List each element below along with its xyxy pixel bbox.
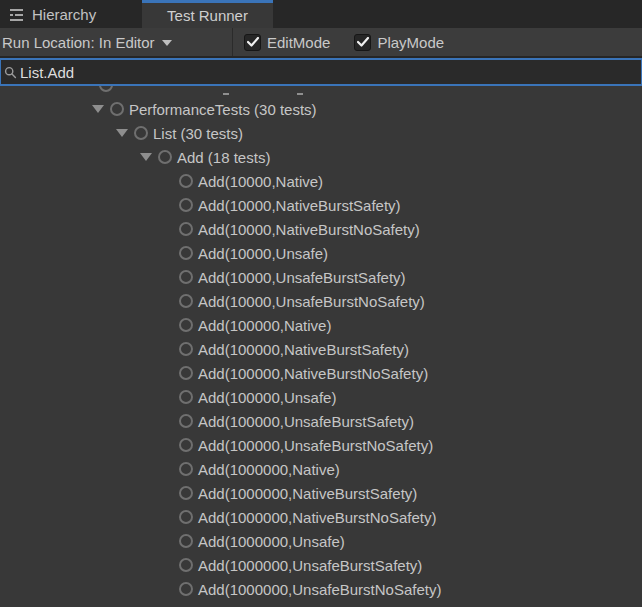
- foldout-open-icon[interactable]: [140, 153, 152, 161]
- tree-row-label: Add(1000000,UnsafeBurstSafety): [198, 557, 422, 574]
- foldout-open-icon[interactable]: [92, 105, 104, 113]
- foldout-open-icon[interactable]: [116, 129, 128, 137]
- tree-row[interactable]: Add(10000,Unsafe): [0, 241, 642, 265]
- tree-row-label: List (30 tests): [153, 125, 243, 142]
- tab-test-runner-label: Test Runner: [167, 7, 248, 24]
- test-tree: PerformanceTests (30 tests)List (30 test…: [0, 86, 642, 607]
- tree-row[interactable]: Add(10000,NativeBurstNoSafety): [0, 217, 642, 241]
- test-status-circle-icon: [179, 390, 193, 404]
- tree-row[interactable]: List (30 tests): [0, 121, 642, 145]
- checkbox-box: [244, 34, 261, 51]
- tree-row[interactable]: Add(10000,UnsafeBurstSafety): [0, 265, 642, 289]
- search-icon: [4, 66, 17, 79]
- chevron-down-icon: [162, 40, 172, 46]
- tree-row-label: Add(100000,NativeBurstNoSafety): [198, 365, 428, 382]
- clipped-row-text-remnant: [223, 93, 229, 95]
- tree-row-label: Add(100000,Unsafe): [198, 389, 336, 406]
- run-location-dropdown[interactable]: Run Location: In Editor: [0, 28, 233, 56]
- test-status-circle-icon: [179, 510, 193, 524]
- tree-row[interactable]: Add(10000,UnsafeBurstNoSafety): [0, 289, 642, 313]
- test-status-circle-icon: [99, 86, 113, 92]
- tree-row-label: Add(1000000,Unsafe): [198, 533, 345, 550]
- test-status-circle-icon: [179, 294, 193, 308]
- search-input[interactable]: List.Add: [0, 58, 642, 86]
- editmode-checkbox[interactable]: EditMode: [244, 34, 330, 51]
- tab-test-runner[interactable]: Test Runner: [142, 0, 273, 28]
- tree-row[interactable]: Add(1000000,NativeBurstSafety): [0, 481, 642, 505]
- test-status-circle-icon: [158, 150, 172, 164]
- tree-row-label: Add(10000,NativeBurstNoSafety): [198, 221, 420, 238]
- tree-row[interactable]: Add(100000,Unsafe): [0, 385, 642, 409]
- tab-bar: Hierarchy Test Runner: [0, 0, 642, 28]
- test-status-circle-icon: [179, 414, 193, 428]
- tree-row-label: Add(1000000,Native): [198, 461, 340, 478]
- test-status-circle-icon: [179, 558, 193, 572]
- tree-row[interactable]: Add(100000,UnsafeBurstNoSafety): [0, 433, 642, 457]
- test-status-circle-icon: [179, 222, 193, 236]
- tree-row-label: Add(10000,UnsafeBurstNoSafety): [198, 293, 425, 310]
- tree-row-label: Add(100000,UnsafeBurstSafety): [198, 413, 414, 430]
- search-value: List.Add: [20, 64, 74, 81]
- hierarchy-list-icon: [9, 6, 25, 22]
- tree-row-label: PerformanceTests (30 tests): [129, 101, 317, 118]
- tree-row-label: Add(10000,UnsafeBurstSafety): [198, 269, 406, 286]
- tree-row-label: Add(1000000,UnsafeBurstNoSafety): [198, 581, 441, 598]
- tree-row[interactable]: Add(1000000,UnsafeBurstSafety): [0, 553, 642, 577]
- tree-row[interactable]: Add(1000000,Native): [0, 457, 642, 481]
- test-status-circle-icon: [134, 126, 148, 140]
- tree-row-label: Add(10000,NativeBurstSafety): [198, 197, 401, 214]
- tree-row-label: Add(100000,Native): [198, 317, 331, 334]
- tree-row-label: Add (18 tests): [177, 149, 270, 166]
- test-status-circle-icon: [179, 582, 193, 596]
- test-status-circle-icon: [110, 102, 124, 116]
- test-status-circle-icon: [179, 198, 193, 212]
- tree-row[interactable]: Add(100000,Native): [0, 313, 642, 337]
- tree-row[interactable]: Add(10000,NativeBurstSafety): [0, 193, 642, 217]
- tree-row-label: Add(1000000,NativeBurstSafety): [198, 485, 417, 502]
- tree-row[interactable]: Add(10000,Native): [0, 169, 642, 193]
- test-status-circle-icon: [179, 270, 193, 284]
- test-status-circle-icon: [179, 534, 193, 548]
- tree-row[interactable]: Add(1000000,Unsafe): [0, 529, 642, 553]
- tree-rows: PerformanceTests (30 tests)List (30 test…: [0, 97, 642, 601]
- tab-hierarchy-label: Hierarchy: [32, 6, 96, 23]
- check-icon: [247, 37, 259, 47]
- run-location-label: Run Location: In Editor: [2, 34, 155, 51]
- tree-row[interactable]: Add(1000000,NativeBurstNoSafety): [0, 505, 642, 529]
- test-status-circle-icon: [179, 246, 193, 260]
- test-status-circle-icon: [179, 318, 193, 332]
- tab-hierarchy[interactable]: Hierarchy: [0, 0, 133, 28]
- tree-row[interactable]: Add(1000000,UnsafeBurstNoSafety): [0, 577, 642, 601]
- tree-row-label: Add(10000,Unsafe): [198, 245, 328, 262]
- checkbox-box: [354, 34, 371, 51]
- tree-row[interactable]: Add(100000,NativeBurstNoSafety): [0, 361, 642, 385]
- tree-row-label: Add(100000,NativeBurstSafety): [198, 341, 409, 358]
- clipped-row-text-remnant: [297, 93, 303, 95]
- test-status-circle-icon: [179, 438, 193, 452]
- editmode-label: EditMode: [267, 34, 330, 51]
- tree-row[interactable]: Add(100000,UnsafeBurstSafety): [0, 409, 642, 433]
- test-runner-window: Hierarchy Test Runner Run Location: In E…: [0, 0, 642, 607]
- toolbar: Run Location: In Editor EditMode PlayMod…: [0, 28, 642, 58]
- playmode-label: PlayMode: [377, 34, 444, 51]
- tree-row-label: Add(1000000,NativeBurstNoSafety): [198, 509, 436, 526]
- tree-row-label: Add(10000,Native): [198, 173, 323, 190]
- tree-row[interactable]: Add (18 tests): [0, 145, 642, 169]
- check-icon: [357, 37, 369, 47]
- clipped-row: [0, 86, 642, 97]
- test-status-circle-icon: [179, 366, 193, 380]
- tree-row[interactable]: PerformanceTests (30 tests): [0, 97, 642, 121]
- test-status-circle-icon: [179, 174, 193, 188]
- test-status-circle-icon: [179, 486, 193, 500]
- test-status-circle-icon: [179, 462, 193, 476]
- playmode-checkbox[interactable]: PlayMode: [354, 34, 444, 51]
- tree-row[interactable]: Add(100000,NativeBurstSafety): [0, 337, 642, 361]
- test-status-circle-icon: [179, 342, 193, 356]
- tree-row-label: Add(100000,UnsafeBurstNoSafety): [198, 437, 433, 454]
